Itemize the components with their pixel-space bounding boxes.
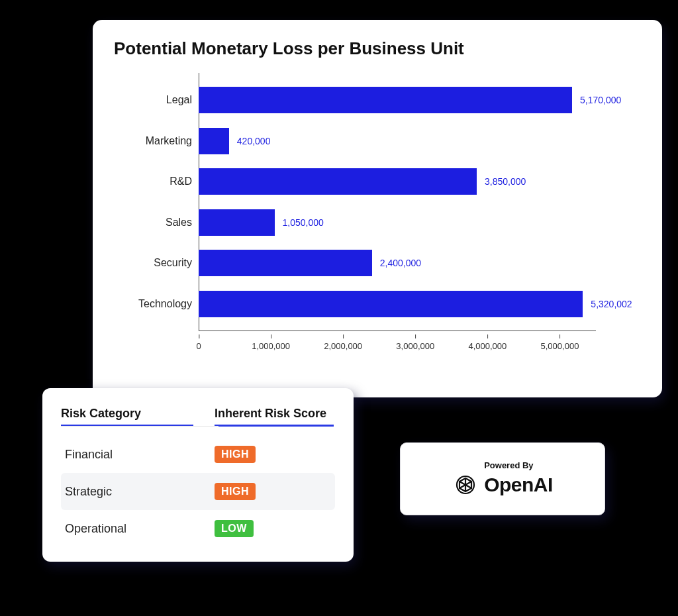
powered-by-card: Powered By OpenAI <box>400 442 605 515</box>
powered-by-label: Powered By <box>484 460 553 470</box>
bar-category-label: R&D <box>113 176 192 187</box>
bar-chart: Legal 5,170,000 Marketing 420,000 R&D 3,… <box>199 73 622 351</box>
risk-table-card: Risk Category Inherent Risk Score Financ… <box>42 388 354 562</box>
bar-category-label: Sales <box>113 217 192 229</box>
bar-row: Security 2,400,000 <box>199 250 421 276</box>
bar-value-label: 420,000 <box>237 136 271 146</box>
x-tick: 3,000,000 <box>396 341 434 351</box>
bar <box>199 250 372 276</box>
risk-badge: HIGH <box>215 483 256 500</box>
column-header-score: Inherent Risk Score <box>215 407 334 427</box>
bar-category-label: Technology <box>113 298 192 310</box>
x-tick: 5,000,000 <box>541 341 579 351</box>
openai-logo: OpenAI <box>452 472 553 498</box>
bar <box>199 209 275 236</box>
bar <box>199 87 572 113</box>
bar <box>199 291 583 317</box>
x-tick: 2,000,000 <box>324 341 362 351</box>
bar-row: R&D 3,850,000 <box>199 168 526 195</box>
x-tick: 0 <box>196 341 201 351</box>
bar-value-label: 2,400,000 <box>380 258 421 268</box>
bar-value-label: 1,050,000 <box>283 217 324 228</box>
chart-title: Potential Monetary Loss per Business Uni… <box>114 38 646 59</box>
column-header-category: Risk Category <box>61 407 193 427</box>
bar-value-label: 5,170,000 <box>580 95 621 105</box>
risk-table-header: Risk Category Inherent Risk Score <box>61 407 335 427</box>
risk-row: Strategic HIGH <box>61 473 335 510</box>
risk-row: Operational LOW <box>61 510 335 547</box>
x-tick: 4,000,000 <box>468 341 507 351</box>
risk-table-body: Financial HIGH Strategic HIGH Operationa… <box>61 436 335 547</box>
bar-category-label: Security <box>113 257 192 269</box>
risk-name: Operational <box>65 522 215 536</box>
risk-badge: HIGH <box>215 446 256 463</box>
risk-badge: LOW <box>215 520 254 537</box>
risk-row: Financial HIGH <box>61 436 335 473</box>
openai-icon <box>452 472 479 498</box>
bar-row: Technology 5,320,002 <box>199 291 632 317</box>
risk-name: Financial <box>65 448 215 462</box>
risk-name: Strategic <box>65 485 215 499</box>
bar-row: Legal 5,170,000 <box>199 87 621 113</box>
bar-value-label: 5,320,002 <box>591 299 632 309</box>
bar-category-label: Legal <box>113 94 192 106</box>
bar <box>199 168 477 195</box>
chart-card: Potential Monetary Loss per Business Uni… <box>93 20 662 397</box>
bar-row: Sales 1,050,000 <box>199 209 324 236</box>
bar <box>199 128 229 154</box>
openai-brand-text: OpenAI <box>484 474 553 496</box>
x-tick: 1,000,000 <box>252 341 290 351</box>
bar-category-label: Marketing <box>113 135 192 147</box>
column-header-category-label: Risk Category <box>61 407 141 420</box>
bar-row: Marketing 420,000 <box>199 128 270 154</box>
x-axis <box>199 331 596 331</box>
bar-value-label: 3,850,000 <box>485 176 526 187</box>
